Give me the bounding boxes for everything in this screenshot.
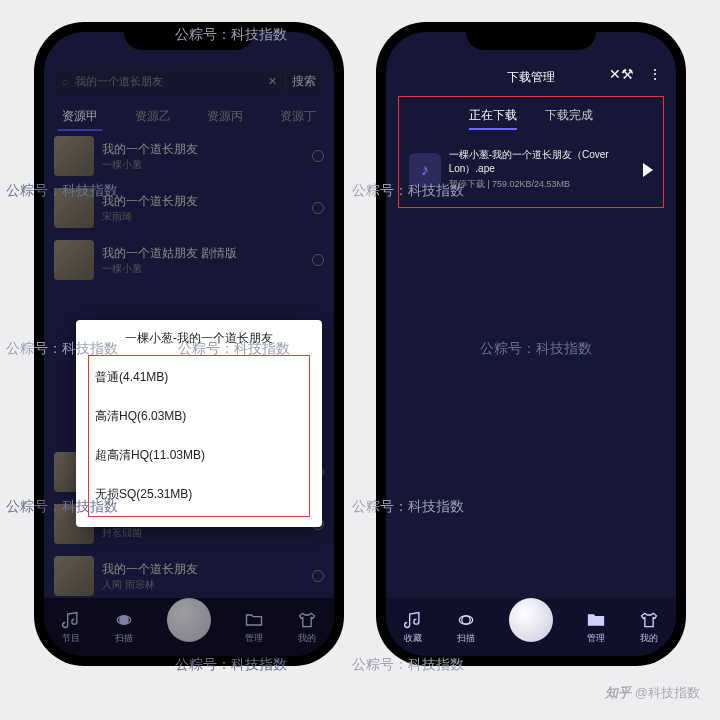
search-bar[interactable]: ⌕ 我的一个道长朋友 ✕ 搜索	[54, 66, 324, 96]
list-item[interactable]: 我的一个道姑朋友 剧情版一棵小葱	[44, 234, 334, 286]
nav-mine[interactable]: 我的	[639, 610, 659, 645]
song-title: 我的一个道长朋友	[102, 561, 198, 578]
list-item[interactable]: 我的一个道长朋友人间 雨宗林	[44, 550, 334, 598]
nav-manage[interactable]: 管理	[586, 610, 606, 645]
song-artist: 人间 雨宗林	[102, 578, 198, 592]
list-item[interactable]: 我的一个道长朋友宋雨琦	[44, 182, 334, 234]
folder-icon	[586, 610, 606, 630]
music-icon	[403, 610, 423, 630]
nav-center-button[interactable]	[167, 598, 211, 642]
tab-source-d[interactable]: 资源丁	[276, 104, 320, 131]
tools-icon[interactable]: ✕⚒	[609, 66, 634, 82]
toolbar: ✕⚒ ⋮	[609, 66, 662, 82]
search-button[interactable]: 搜索	[285, 73, 316, 90]
album-art	[54, 136, 94, 176]
phone-right: 下载管理 ✕⚒ ⋮ 正在下载 下载完成 ♪ 一棵小葱-我的一个道长朋友（Cove…	[378, 24, 684, 664]
shirt-icon	[297, 610, 317, 630]
download-filename: 一棵小葱-我的一个道长朋友（Cover Lon）.ape	[449, 148, 643, 176]
clear-icon[interactable]: ✕	[260, 75, 285, 88]
nav-library[interactable]: 节目	[61, 610, 81, 645]
download-status: 暂停下载 | 759.02KB/24.53MB	[449, 178, 643, 191]
nav-favorites[interactable]: 收藏	[403, 610, 423, 645]
song-artist: 宋雨琦	[102, 210, 198, 224]
folder-icon	[244, 610, 264, 630]
nav-center-button[interactable]	[509, 598, 553, 642]
nav-mine[interactable]: 我的	[297, 610, 317, 645]
download-icon[interactable]	[312, 570, 324, 582]
planet-icon	[114, 610, 134, 630]
quality-option-hq[interactable]: 高清HQ(6.03MB)	[91, 397, 307, 436]
nav-manage[interactable]: 管理	[244, 610, 264, 645]
bottom-nav: 节目 扫描 管理 我的	[44, 598, 334, 656]
download-item[interactable]: ♪ 一棵小葱-我的一个道长朋友（Cover Lon）.ape 暂停下载 | 75…	[399, 140, 663, 199]
quality-options: 普通(4.41MB) 高清HQ(6.03MB) 超高清HQ(11.03MB) 无…	[88, 355, 310, 517]
song-artist: 封茗囧菌	[102, 526, 198, 540]
download-panel: 正在下载 下载完成 ♪ 一棵小葱-我的一个道长朋友（Cover Lon）.ape…	[398, 96, 664, 208]
nav-scan[interactable]: 扫描	[114, 610, 134, 645]
zhihu-watermark: 知乎@科技指数	[605, 684, 700, 702]
download-icon[interactable]	[312, 202, 324, 214]
download-icon[interactable]	[312, 254, 324, 266]
tab-completed[interactable]: 下载完成	[545, 107, 593, 130]
search-icon: ⌕	[62, 75, 69, 87]
bottom-nav: 收藏 扫描 管理 我的	[386, 598, 676, 656]
svg-point-3	[462, 615, 470, 623]
search-input[interactable]: 我的一个道长朋友	[75, 74, 163, 89]
song-artist: 一棵小葱	[102, 262, 237, 276]
planet-icon	[456, 610, 476, 630]
tab-downloading[interactable]: 正在下载	[469, 107, 517, 130]
screen-left: ⌕ 我的一个道长朋友 ✕ 搜索 资源甲 资源乙 资源丙 资源丁 我的一个道长朋友…	[44, 32, 334, 656]
quality-dialog: 一棵小葱-我的一个道长朋友 普通(4.41MB) 高清HQ(6.03MB) 超高…	[76, 320, 322, 527]
tab-source-a[interactable]: 资源甲	[58, 104, 102, 131]
screen-right: 下载管理 ✕⚒ ⋮ 正在下载 下载完成 ♪ 一棵小葱-我的一个道长朋友（Cove…	[386, 32, 676, 656]
download-icon[interactable]	[312, 150, 324, 162]
shirt-icon	[639, 610, 659, 630]
quality-option-uhq[interactable]: 超高清HQ(11.03MB)	[91, 436, 307, 475]
more-icon[interactable]: ⋮	[648, 66, 662, 82]
album-art	[54, 240, 94, 280]
album-art	[54, 188, 94, 228]
tab-source-c[interactable]: 资源丙	[203, 104, 247, 131]
music-icon	[61, 610, 81, 630]
quality-option-normal[interactable]: 普通(4.41MB)	[91, 358, 307, 397]
dialog-title: 一棵小葱-我的一个道长朋友	[88, 330, 310, 347]
stage: ⌕ 我的一个道长朋友 ✕ 搜索 资源甲 资源乙 资源丙 资源丁 我的一个道长朋友…	[0, 0, 720, 720]
download-tabs: 正在下载 下载完成	[399, 97, 663, 140]
song-title: 我的一个道长朋友	[102, 193, 198, 210]
quality-option-sq[interactable]: 无损SQ(25.31MB)	[91, 475, 307, 514]
source-tabs: 资源甲 资源乙 资源丙 资源丁	[44, 104, 334, 131]
notch	[466, 24, 596, 50]
song-artist: 一棵小葱	[102, 158, 198, 172]
music-file-icon: ♪	[409, 153, 441, 187]
album-art	[54, 556, 94, 596]
svg-point-1	[120, 615, 128, 623]
song-title: 我的一个道姑朋友 剧情版	[102, 245, 237, 262]
tab-source-b[interactable]: 资源乙	[131, 104, 175, 131]
song-title: 我的一个道长朋友	[102, 141, 198, 158]
notch	[124, 24, 254, 50]
resume-icon[interactable]	[643, 163, 653, 177]
phone-left: ⌕ 我的一个道长朋友 ✕ 搜索 资源甲 资源乙 资源丙 资源丁 我的一个道长朋友…	[36, 24, 342, 664]
list-item[interactable]: 我的一个道长朋友一棵小葱	[44, 130, 334, 182]
nav-scan[interactable]: 扫描	[456, 610, 476, 645]
